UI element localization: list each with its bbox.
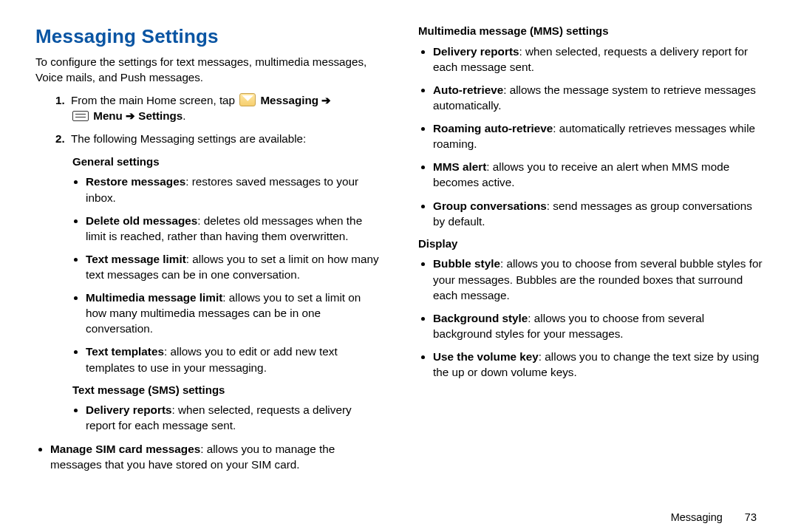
item-label: Background style — [433, 312, 528, 324]
list-item: Restore messages: restores saved message… — [86, 174, 380, 205]
page-footer: Messaging 73 — [671, 511, 757, 523]
item-label: Auto-retrieve — [433, 83, 503, 96]
item-label: Restore messages — [86, 175, 185, 188]
settings-label: Settings — [138, 109, 183, 122]
item-label: Manage SIM card messages — [50, 443, 200, 455]
item-label: Group conversations — [433, 200, 547, 212]
general-settings-list: Restore messages: restores saved message… — [35, 174, 380, 375]
item-label: Roaming auto-retrieve — [433, 122, 553, 134]
arrow-icon: ➔ — [126, 109, 135, 122]
list-item: Roaming auto-retrieve: automatically ret… — [433, 120, 763, 151]
page-title: Messaging Settings — [35, 24, 380, 50]
list-item: Background style: allows you to choose f… — [433, 310, 763, 341]
messaging-icon — [239, 93, 256, 106]
arrow-icon: ➔ — [321, 94, 331, 106]
messaging-label: Messaging — [260, 94, 318, 106]
item-label: MMS alert — [433, 160, 486, 173]
sms-settings-list-cont: Manage SIM card messages: allows you to … — [35, 441, 380, 472]
step-2: The following Messaging settings are ava… — [68, 132, 380, 147]
mms-settings-heading: Multimedia message (MMS) settings — [418, 24, 763, 39]
item-label: Text templates — [86, 345, 164, 358]
list-item: Text message limit: allows you to set a … — [86, 251, 380, 282]
period: . — [183, 109, 185, 122]
display-heading: Display — [418, 236, 763, 252]
list-item: Use the volume key: allows you to change… — [433, 349, 763, 380]
list-item: Text templates: allows you to edit or ad… — [86, 344, 380, 375]
list-item: Delivery reports: when selected, request… — [433, 44, 763, 75]
steps-list: From the main Home screen, tap Messaging… — [35, 93, 380, 147]
menu-label: Menu — [93, 109, 123, 122]
item-label: Bubble style — [433, 257, 500, 270]
step-1: From the main Home screen, tap Messaging… — [68, 93, 380, 124]
item-label: Delete old messages — [86, 214, 197, 227]
item-label: Text message limit — [86, 253, 186, 265]
step1-pre: From the main Home screen, tap — [71, 94, 238, 106]
footer-page-number: 73 — [745, 511, 757, 523]
mms-settings-list: Delivery reports: when selected, request… — [418, 44, 763, 229]
list-item: Multimedia message limit: allows you to … — [86, 290, 380, 336]
list-item: Bubble style: allows you to choose from … — [433, 256, 763, 302]
list-item: Delete old messages: deletes old message… — [86, 213, 380, 244]
display-list: Bubble style: allows you to choose from … — [418, 256, 763, 380]
item-label: Use the volume key — [433, 350, 539, 363]
item-label: Multimedia message limit — [86, 291, 222, 304]
list-item: Delivery reports: when selected, request… — [86, 402, 380, 433]
general-settings-heading: General settings — [72, 154, 380, 170]
footer-section: Messaging — [671, 511, 723, 523]
list-item: Group conversations: send messages as gr… — [433, 198, 763, 229]
intro-text: To configure the settings for text messa… — [35, 55, 380, 86]
item-label: Delivery reports — [86, 403, 171, 416]
list-item: MMS alert: allows you to receive an aler… — [433, 159, 763, 190]
list-item: Manage SIM card messages: allows you to … — [50, 441, 380, 472]
menu-icon — [72, 111, 89, 121]
sms-settings-heading: Text message (SMS) settings — [72, 383, 380, 398]
list-item: Auto-retrieve: allows the message system… — [433, 82, 763, 113]
sms-settings-list: Delivery reports: when selected, request… — [35, 402, 380, 433]
item-label: Delivery reports — [433, 45, 519, 58]
